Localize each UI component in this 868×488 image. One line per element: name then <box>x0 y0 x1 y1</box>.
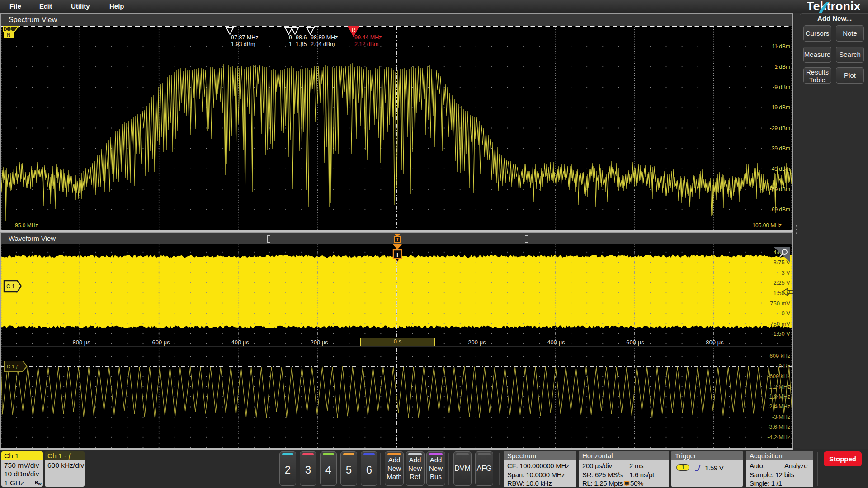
svg-text:C 1: C 1 <box>6 283 15 290</box>
svg-text:C 1-f: C 1-f <box>7 364 19 369</box>
svg-text:Tektronix: Tektronix <box>807 0 861 13</box>
svg-text:T: T <box>396 251 399 258</box>
